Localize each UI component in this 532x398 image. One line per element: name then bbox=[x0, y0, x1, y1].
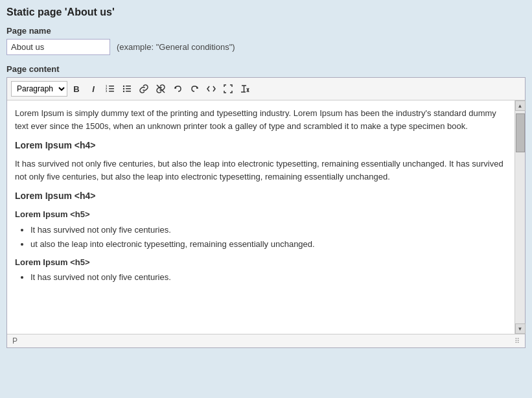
list-item: ut also the leap into electronic typeset… bbox=[30, 238, 507, 251]
editor-subheading-1: Lorem Ipsum <h5> bbox=[15, 208, 507, 221]
scrollbar-thumb[interactable] bbox=[516, 113, 525, 152]
code-button[interactable] bbox=[203, 81, 219, 97]
clear-format-button[interactable] bbox=[237, 81, 253, 97]
page-content-label: Page content bbox=[6, 64, 526, 74]
svg-rect-9 bbox=[126, 88, 131, 89]
svg-rect-1 bbox=[109, 88, 114, 89]
unlink-button[interactable] bbox=[153, 81, 168, 97]
page-name-input[interactable] bbox=[6, 39, 110, 55]
code-icon bbox=[207, 84, 216, 93]
fullscreen-icon bbox=[224, 84, 233, 93]
status-tag: P bbox=[12, 336, 17, 345]
fullscreen-button[interactable] bbox=[220, 81, 236, 97]
unordered-list-button[interactable] bbox=[119, 81, 135, 97]
unordered-list-icon bbox=[122, 84, 132, 93]
editor-heading-1: Lorem Ipsum <h4> bbox=[15, 139, 507, 152]
editor-scrollbar[interactable]: ▲ ▼ bbox=[515, 100, 525, 334]
editor-status-bar: P ⠿ bbox=[7, 334, 525, 347]
scrollbar-up-button[interactable]: ▲ bbox=[515, 100, 526, 111]
editor-paragraph-2: It has survived not only five centuries,… bbox=[15, 158, 507, 183]
editor-list-1: It has survived not only five centuries.… bbox=[30, 224, 507, 251]
redo-button[interactable] bbox=[187, 81, 202, 97]
svg-rect-11 bbox=[126, 91, 131, 92]
svg-text:3: 3 bbox=[106, 89, 108, 93]
ordered-list-button[interactable]: 1 2 3 bbox=[102, 81, 118, 97]
unlink-icon bbox=[156, 84, 165, 93]
svg-point-10 bbox=[123, 91, 124, 92]
link-icon bbox=[139, 84, 148, 93]
italic-button[interactable]: I bbox=[86, 81, 101, 97]
svg-rect-7 bbox=[126, 86, 131, 87]
bold-button[interactable]: B bbox=[69, 81, 84, 97]
link-button[interactable] bbox=[136, 81, 152, 97]
editor-heading-2: Lorem Ipsum <h4> bbox=[15, 189, 507, 203]
editor-list-2: It has survived not only five centuries. bbox=[30, 271, 507, 284]
editor-paragraph-1: Lorem Ipsum is simply dummy text of the … bbox=[15, 107, 507, 132]
editor-subheading-2: Lorem Ipsum <h5> bbox=[15, 256, 507, 269]
list-item: It has survived not only five centuries. bbox=[30, 271, 507, 284]
clear-format-icon bbox=[240, 84, 249, 93]
ordered-list-icon: 1 2 3 bbox=[106, 84, 115, 93]
editor-container: Paragraph B I 1 2 3 bbox=[6, 77, 526, 348]
paragraph-select[interactable]: Paragraph bbox=[11, 81, 67, 97]
svg-rect-2 bbox=[109, 91, 114, 92]
scrollbar-track[interactable] bbox=[515, 111, 525, 323]
list-item: It has survived not only five centuries. bbox=[30, 224, 507, 237]
redo-icon bbox=[191, 85, 199, 93]
page-title: Static page 'About us' bbox=[6, 6, 526, 18]
example-text: (example: "General conditions") bbox=[117, 42, 235, 52]
editor-toolbar: Paragraph B I 1 2 3 bbox=[7, 78, 525, 100]
undo-button[interactable] bbox=[170, 81, 185, 97]
scrollbar-down-button[interactable]: ▼ bbox=[515, 323, 526, 334]
resize-handle[interactable]: ⠿ bbox=[515, 337, 520, 345]
editor-content[interactable]: Lorem Ipsum is simply dummy text of the … bbox=[7, 100, 515, 334]
svg-point-8 bbox=[123, 88, 124, 89]
undo-icon bbox=[174, 85, 182, 93]
svg-point-6 bbox=[123, 86, 124, 87]
page-name-label: Page name bbox=[6, 26, 526, 36]
svg-rect-0 bbox=[109, 86, 114, 87]
